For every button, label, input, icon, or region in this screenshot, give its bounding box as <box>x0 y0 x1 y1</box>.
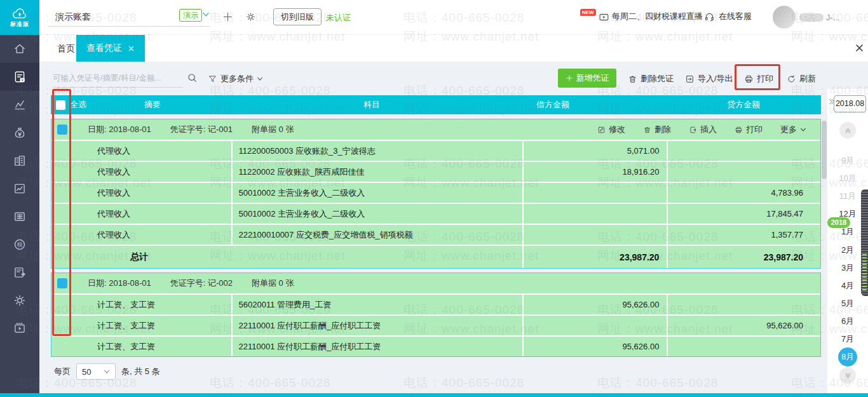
voucher-entry-row[interactable]: 代理收入50010002 主营业务收入_二级收入4,783.96 <box>51 182 820 203</box>
total-label: 总计 <box>130 252 148 263</box>
sidebar-item-report[interactable] <box>0 175 39 203</box>
avatar[interactable] <box>773 6 796 29</box>
voucher-entry-row[interactable]: 代理收入50010002 主营业务收入_二级收入17,845.47 <box>51 203 820 224</box>
online-service-label: 在线客服 <box>719 11 752 22</box>
edit-action-button[interactable]: 修改 <box>597 124 625 135</box>
delete-voucher-label: 删除凭证 <box>641 73 674 84</box>
voucher-number: 凭证字号: 记-002 <box>170 278 233 289</box>
voucher-entry-row[interactable]: 计工资、支工资56020011 管理费用_工资95,626.00 <box>51 293 820 314</box>
trash-action-button[interactable]: 删除 <box>643 124 671 135</box>
edit-action-label: 修改 <box>609 124 625 135</box>
sidebar-item-funds[interactable] <box>0 119 39 147</box>
table-scrollbar-thumb[interactable] <box>822 121 827 179</box>
per-page-select[interactable]: 50 <box>76 363 116 380</box>
select-all-label: 全选 <box>70 95 86 114</box>
add-voucher-button[interactable]: 新增凭证 <box>558 69 616 88</box>
row-credit-amount: 17,845.47 <box>667 204 820 224</box>
app-logo: 标准版 <box>0 0 39 35</box>
total-count-label: 条, 共 5 条 <box>121 366 160 377</box>
tab-view-vouchers[interactable]: 查看凭证 <box>76 35 145 62</box>
print-action-button[interactable]: 打印 <box>735 124 763 135</box>
print-button[interactable]: 打印 <box>744 73 773 84</box>
select-all-checkbox[interactable] <box>56 100 65 110</box>
import-export-label: 导入/导出 <box>698 73 733 84</box>
sidebar-item-assets[interactable] <box>0 147 39 175</box>
sidebar-item-tax[interactable]: 税 <box>0 231 39 259</box>
voucher-entry-row[interactable]: 代理收入11220002 应收账款_陕西咸阳佳佳18,916.20 <box>51 161 820 182</box>
row-debit-amount: 95,626.00 <box>522 337 667 356</box>
chart-icon <box>13 98 27 112</box>
row-credit-amount <box>667 295 820 314</box>
row-checkbox-cell <box>51 162 74 182</box>
month-item-7月[interactable]: 7月 <box>827 333 868 345</box>
voucher-entry-row[interactable]: 计工资、支工资22110001 应付职工薪酬_应付职工工资95,626.00 <box>51 335 820 356</box>
close-tab-icon[interactable] <box>128 45 135 52</box>
live-course-link[interactable]: NEW 每周二、四财税课程直播 <box>580 11 703 22</box>
cert-status-link[interactable]: 未认证 <box>326 12 351 24</box>
row-account: 50010002 主营业务收入_二级收入 <box>231 183 522 203</box>
refresh-button[interactable]: 刷新 <box>787 73 816 84</box>
chevron-down-icon <box>800 128 806 132</box>
sidebar-item-salary[interactable] <box>0 203 39 231</box>
sidebar-item-checkout[interactable] <box>0 259 39 286</box>
voucher-date: 日期: 2018-08-01 <box>88 124 151 135</box>
month-item-6月[interactable]: 6月 <box>827 316 868 327</box>
voucher-attachments: 附单据 0 张 <box>252 124 294 135</box>
online-service-link[interactable]: 在线客服 <box>704 11 752 22</box>
col-header-debit: 借方金额 <box>508 95 597 114</box>
month-item-9月[interactable]: 9月 <box>827 155 868 166</box>
month-item-5月[interactable]: 5月 <box>827 298 868 309</box>
scroll-months-up-icon[interactable] <box>839 122 856 138</box>
chevron-down-icon[interactable] <box>202 12 210 17</box>
month-item-10月[interactable]: 10月 <box>827 173 868 184</box>
row-credit-amount: 1,357.77 <box>667 225 820 245</box>
voucher-checkbox[interactable] <box>57 278 67 288</box>
voucher-entry-row[interactable]: 计工资、支工资22110001 应付职工薪酬_应付职工工资95,626.00 <box>51 314 820 335</box>
voucher-date: 日期: 2018-08-01 <box>88 278 151 289</box>
voucher-checkbox[interactable] <box>57 124 67 135</box>
table-header: 全选 摘要 科目 借方金额 贷方金额 <box>51 95 821 114</box>
sidebar-item-home[interactable] <box>0 35 39 63</box>
filter-funnel-icon <box>208 74 217 84</box>
sidebar-item-tutorial[interactable] <box>0 314 39 342</box>
voucher-attachments: 附单据 0 张 <box>252 278 294 289</box>
search-icon[interactable] <box>187 72 198 83</box>
sidebar-item-chart[interactable] <box>0 91 39 119</box>
video-live-icon <box>599 11 609 22</box>
row-checkbox-cell <box>51 295 74 314</box>
new-badge: NEW <box>580 9 596 16</box>
topbar: 标准版 演示账套 演示 切到旧版 未认证 NEW 每周二、四财税课程直播 在线客… <box>0 0 868 35</box>
funds-icon <box>13 126 27 140</box>
divider <box>694 11 695 24</box>
col-header-account: 科目 <box>327 95 416 114</box>
insert-action-button[interactable]: 插入 <box>689 124 717 135</box>
voucher-header-row: 日期: 2018-08-01凭证字号: 记-002附单据 0 张 <box>51 273 820 293</box>
more-filters-button[interactable]: 更多条件 <box>208 73 263 84</box>
refresh-icon <box>787 74 796 84</box>
row-summary: 计工资、支工资 <box>74 295 231 314</box>
row-summary: 代理收入 <box>74 204 231 224</box>
close-icon[interactable] <box>855 43 864 53</box>
add-tab-icon[interactable] <box>222 11 233 22</box>
add-voucher-label: 新增凭证 <box>576 72 609 84</box>
voucher-list: 日期: 2018-08-01凭证字号: 记-001附单据 0 张修改删除插入打印… <box>51 119 821 361</box>
col-header-credit: 贷方金额 <box>699 95 788 114</box>
row-credit-amount: 4,783.96 <box>667 183 820 203</box>
more-action-button[interactable]: 更多 <box>780 124 806 135</box>
sidebar-item-settings[interactable] <box>0 286 39 314</box>
sidebar-item-voucher[interactable]: ¥ <box>0 63 39 91</box>
search-input[interactable] <box>53 69 183 87</box>
gear-icon[interactable] <box>245 11 256 22</box>
collapsed-side-handle[interactable] <box>861 189 868 296</box>
import-export-button[interactable]: 导入/导出 <box>685 73 733 84</box>
total-debit-amount: 23,987.20 <box>522 246 667 268</box>
current-period-box[interactable]: 2018.08 <box>834 95 866 112</box>
scroll-months-down-icon[interactable] <box>839 367 856 384</box>
insert-icon <box>689 126 697 134</box>
voucher-entry-row[interactable]: 代理收入112200050003 应收账款_3_宁波得志5,071.00 <box>51 140 820 161</box>
total-credit-amount: 23,987.20 <box>667 246 820 268</box>
delete-voucher-button[interactable]: 删除凭证 <box>628 73 674 84</box>
voucher-entry-row[interactable]: 代理收入222100010007 应交税费_应交增值税_销项税额1,357.77 <box>51 224 820 245</box>
switch-old-version-button[interactable]: 切到旧版 <box>273 8 322 25</box>
month-item-8月[interactable]: 8月 <box>838 347 857 367</box>
